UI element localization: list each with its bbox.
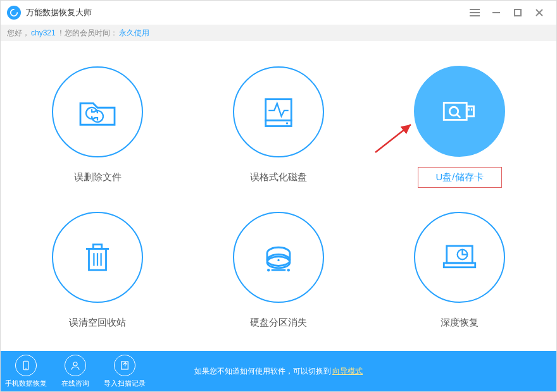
- svg-point-34: [73, 362, 77, 365]
- laptop-scan-icon: [437, 235, 482, 280]
- import-icon: [114, 355, 135, 376]
- option-recycle-bin[interactable]: 误清空回收站: [7, 199, 188, 345]
- footer-mobile-recovery[interactable]: 手机数据恢复: [8, 355, 44, 388]
- svg-point-33: [25, 367, 27, 369]
- svg-point-26: [267, 269, 270, 272]
- trash-icon: [75, 235, 120, 280]
- option-label: 硬盘分区消失: [237, 313, 320, 333]
- greeting-prefix: 您好，: [7, 28, 30, 39]
- footer-online-support[interactable]: 在线咨询: [58, 355, 93, 388]
- footer-label: 在线咨询: [61, 379, 89, 388]
- minimize-button[interactable]: [485, 4, 507, 21]
- option-deep-recovery[interactable]: 深度恢复: [369, 199, 550, 345]
- option-label: 误清空回收站: [56, 313, 139, 333]
- person-icon: [65, 355, 86, 376]
- svg-point-24: [277, 259, 279, 260]
- footer-import-scan[interactable]: 导入扫描记录: [107, 355, 142, 388]
- hint-text: 如果您不知道如何使用软件，可以切换到: [194, 366, 331, 377]
- hdd-icon: [256, 235, 301, 280]
- svg-rect-10: [444, 102, 466, 119]
- option-label: 误格式化磁盘: [237, 168, 320, 187]
- svg-point-27: [287, 269, 291, 272]
- svg-rect-18: [93, 244, 102, 248]
- svg-point-9: [286, 122, 288, 124]
- menu-button[interactable]: [464, 4, 485, 21]
- footer-label: 导入扫描记录: [104, 379, 146, 388]
- greeting-duration: 永久使用: [119, 28, 149, 39]
- footer-hint: 如果您不知道如何使用软件，可以切换到 向导模式: [194, 366, 363, 377]
- svg-rect-28: [447, 246, 473, 263]
- option-formatted-disk[interactable]: 误格式化磁盘: [188, 54, 369, 199]
- wizard-mode-link[interactable]: 向导模式: [332, 366, 363, 377]
- phone-icon: [15, 355, 37, 376]
- svg-rect-11: [466, 106, 473, 116]
- app-title: 万能数据恢复大师: [26, 7, 92, 18]
- option-label: 深度恢复: [428, 313, 491, 333]
- folder-refresh-icon: [75, 89, 120, 135]
- option-deleted-files[interactable]: 误删除文件: [7, 54, 188, 199]
- footer-label: 手机数据恢复: [5, 379, 47, 388]
- usb-search-icon: [437, 89, 482, 134]
- close-button[interactable]: [529, 4, 550, 21]
- disk-pulse-icon: [256, 89, 301, 135]
- maximize-button[interactable]: [507, 4, 529, 21]
- svg-line-15: [457, 114, 461, 118]
- option-usb-sdcard[interactable]: U盘/储存卡: [369, 54, 550, 199]
- option-label: 误删除文件: [61, 168, 134, 187]
- app-logo: [7, 6, 21, 20]
- greeting-bar: 您好， chy321 ！您的会员时间： 永久使用: [1, 25, 556, 41]
- greeting-username: chy321: [31, 28, 56, 37]
- option-label: U盘/储存卡: [418, 167, 502, 188]
- svg-rect-29: [444, 263, 475, 267]
- option-partition-lost[interactable]: 硬盘分区消失: [188, 199, 369, 345]
- svg-rect-4: [515, 9, 521, 16]
- greeting-mid: ！您的会员时间：: [57, 28, 118, 39]
